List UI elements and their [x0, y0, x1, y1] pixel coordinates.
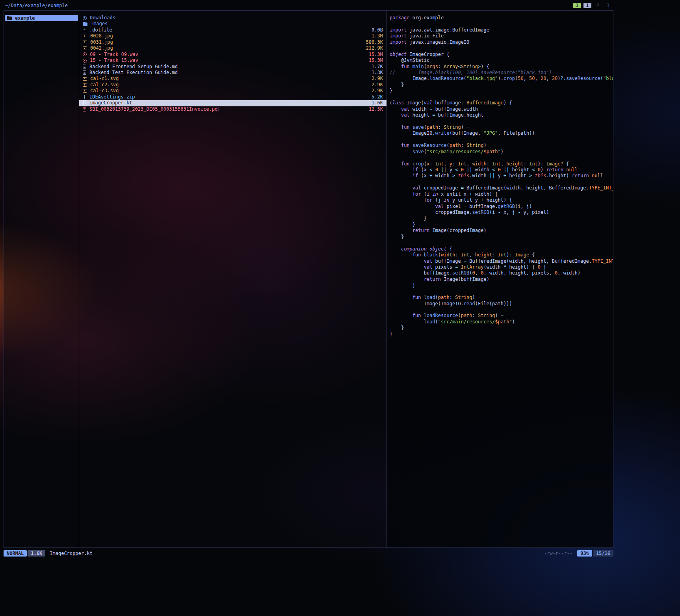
file-size: 15.3M	[369, 52, 383, 58]
file-row[interactable]: Backend_Test_Execution_Guide.md1.3K	[79, 70, 386, 76]
code-line: import java.awt.image.BufferedImage	[390, 27, 613, 33]
code-line: save("src/main/resources/$path")	[390, 149, 613, 155]
file-permissions: -rw-r--r--	[544, 551, 572, 556]
file-name: IDEAsettings.zip	[89, 94, 368, 100]
file-name: 0042.jpg	[90, 45, 363, 51]
file-name: 09 - Track 09.wav	[90, 52, 366, 58]
code-line: }	[390, 325, 613, 331]
code-line	[390, 45, 613, 51]
kotlin-file-icon	[83, 101, 86, 105]
file-row[interactable]: Images	[79, 21, 386, 27]
file-row[interactable]: IDEAsettings.zip5.2K	[79, 94, 386, 100]
file-size: 586.3K	[366, 39, 383, 45]
status-left: NORMAL 1.6K ImageCropper.kt	[4, 550, 93, 557]
code-line	[390, 289, 613, 295]
code-line: return Image(buffImage)	[390, 276, 613, 282]
file-name: .dotfile	[89, 27, 368, 33]
breadcrumb-path: ~/Data/example/example	[5, 3, 68, 8]
file-row[interactable]: Backend_Frontend_Setup_Guide.md1.7K	[79, 64, 386, 70]
file-name: cal-c1.svg	[90, 76, 368, 82]
code-line: val buffImage = BufferedImage(width, hei…	[390, 258, 613, 264]
file-list-pane[interactable]: DownloadsImages.dotfile0.0B0028.jpg1.3M0…	[79, 11, 387, 547]
mode-badge: NORMAL	[4, 550, 27, 557]
code-line: return Image(croppedImage)	[390, 228, 613, 234]
code-line: companion object {	[390, 246, 613, 252]
code-line: val pixels = IntArray(width * height) { …	[390, 264, 613, 270]
code-line: for (i in x until x + width) {	[390, 191, 613, 197]
file-row[interactable]: 0042.jpg212.9K	[79, 45, 386, 51]
code-line: val croppedImage = BufferedImage(width, …	[390, 185, 613, 191]
code-line: }	[390, 331, 613, 337]
folder-icon	[7, 17, 12, 20]
parent-pane[interactable]: example	[4, 11, 79, 547]
code-line: package org.example	[390, 15, 613, 21]
file-size: 2.9K	[372, 88, 383, 94]
tab-bar: 1123	[570, 3, 612, 8]
file-row[interactable]: 0031.jpg586.3K	[79, 39, 386, 45]
svg-file-icon	[83, 89, 87, 93]
code-line	[390, 307, 613, 313]
file-row[interactable]: ImageCropper.kt1.6K	[79, 100, 386, 106]
status-right: -rw-r--r-- 93% 15/16	[544, 550, 613, 557]
file-row[interactable]: 09 - Track 09.wav15.3M	[79, 52, 386, 58]
image-file-icon	[83, 46, 87, 50]
code-line: fun load(path: String) =	[390, 295, 613, 301]
code-line	[390, 179, 613, 185]
code-line: fun loadResource(path: String) =	[390, 313, 613, 319]
file-icon	[83, 28, 86, 32]
code-line: Image.loadResource("black.jpg").crop(50,…	[390, 76, 613, 82]
preview-pane[interactable]: package org.exampleimport java.awt.image…	[387, 11, 613, 547]
code-line: // Image.black(100, 100).saveResource("b…	[390, 70, 613, 76]
image-file-icon	[83, 41, 87, 44]
cursor-position-badge: 15/16	[593, 550, 613, 557]
scroll-percent-badge: 93%	[577, 550, 592, 557]
code-line: if (x + width > this.width || y + height…	[390, 173, 613, 179]
code-line: }	[390, 282, 613, 288]
file-row[interactable]: cal-c2.svg2.9K	[79, 82, 386, 88]
tab-4[interactable]: 3	[604, 3, 612, 8]
audio-file-icon	[83, 52, 87, 56]
file-name: ImageCropper.kt	[89, 100, 368, 106]
tab-1[interactable]: 1	[573, 3, 581, 8]
tab-2[interactable]: 1	[583, 3, 591, 8]
zip-file-icon	[83, 95, 86, 99]
code-line: fun save(path: String) =	[390, 124, 613, 130]
file-row[interactable]: cal-c1.svg2.9K	[79, 76, 386, 82]
parent-dir-label: example	[15, 15, 35, 21]
file-row[interactable]: 0028.jpg1.3M	[79, 33, 386, 39]
file-name: 0031.jpg	[90, 39, 363, 45]
svg-file-icon	[83, 77, 87, 81]
file-row[interactable]: .dotfile0.0B	[79, 27, 386, 33]
file-manager-window: example DownloadsImages.dotfile0.0B0028.…	[4, 10, 613, 548]
file-name: cal-c2.svg	[90, 82, 368, 88]
tab-3[interactable]: 2	[594, 3, 602, 8]
file-size: 2.9K	[372, 76, 383, 82]
code-line: fun saveResource(path: String) =	[390, 143, 613, 148]
code-line: load("src/main/resources/$path")	[390, 319, 613, 325]
file-name: cal-c3.svg	[90, 88, 368, 94]
audio-file-icon	[83, 59, 87, 63]
code-line: }	[390, 215, 613, 221]
code-line: croppedImage.setRGB(i - x, j - y, pixel)	[390, 210, 613, 215]
code-line: val width = buffImage.width	[390, 106, 613, 112]
parent-dir-item[interactable]: example	[5, 15, 78, 21]
code-line: buffImage.setRGB(0, 0, width, height, pi…	[390, 270, 613, 276]
code-line: class Image(val buffImage: BufferedImage…	[390, 100, 613, 106]
file-row[interactable]: SBI_0032013739_2023_DE05_0003155631Invoi…	[79, 106, 386, 112]
downloads-folder-icon	[83, 16, 87, 20]
file-row[interactable]: 15 - Track 15.wav15.3M	[79, 58, 386, 63]
file-row[interactable]: cal-c3.svg2.9K	[79, 88, 386, 94]
code-line: for (j in y until y + height) {	[390, 197, 613, 203]
code-pane: package org.exampleimport java.awt.image…	[390, 15, 613, 337]
code-line: if (x < 0 || y < 0 || width < 0 || heigh…	[390, 167, 613, 173]
code-line: }	[390, 82, 613, 88]
code-line	[390, 137, 613, 143]
code-line	[390, 118, 613, 124]
file-row[interactable]: Downloads	[79, 15, 386, 21]
file-name: Backend_Frontend_Setup_Guide.md	[89, 64, 368, 70]
current-filename: ImageCropper.kt	[50, 551, 92, 556]
file-name: Backend_Test_Execution_Guide.md	[89, 70, 368, 76]
code-line: }	[390, 222, 613, 228]
file-size: 212.9K	[366, 45, 383, 51]
code-line	[390, 21, 613, 27]
